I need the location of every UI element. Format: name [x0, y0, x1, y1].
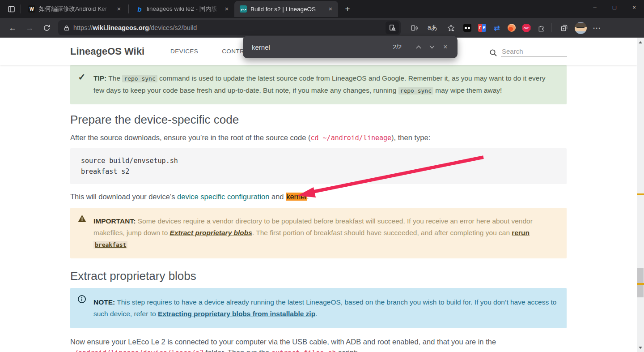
- browser-toolbar: ← → https://wiki.lineageos.org/devices/s…: [0, 18, 644, 38]
- swap-arrows-icon: ⇄: [494, 24, 500, 32]
- page-content: ✓ TIP: The repo sync command is used to …: [70, 65, 567, 352]
- minimize-button[interactable]: –: [585, 0, 605, 14]
- close-window-button[interactable]: ×: [624, 0, 644, 14]
- chevron-up-icon: [415, 45, 422, 49]
- tab-close-icon[interactable]: ×: [326, 5, 335, 13]
- extensions-menu-button[interactable]: [535, 21, 547, 34]
- tab-bar: W 如何編譯修改Android Ker × b lineageos wiki l…: [0, 0, 644, 18]
- tab-preview-icon: [8, 5, 15, 13]
- extract-proprietary-blobs-link[interactable]: Extract proprietary blobs: [170, 229, 252, 236]
- paragraph: Now ensure your LeEco Le 2 is connected …: [70, 336, 567, 352]
- important-label: IMPORTANT:: [93, 217, 136, 225]
- puzzle-icon: [538, 24, 545, 32]
- scroll-up-button[interactable]: [637, 39, 644, 46]
- adblock-plus-icon: ABP: [522, 24, 531, 32]
- text-segment: .: [315, 310, 317, 318]
- wiki-search-input[interactable]: [501, 46, 567, 57]
- find-match-active: kernel: [286, 193, 307, 201]
- back-button[interactable]: ←: [4, 20, 21, 35]
- tab1-favicon: W: [28, 5, 35, 13]
- heading-extract-blobs: Extract proprietary blobs: [70, 270, 567, 283]
- paragraph: After the source downloads, ensure you’r…: [70, 133, 567, 142]
- text-segment: and: [269, 193, 286, 201]
- orange-extension-button[interactable]: [505, 21, 518, 34]
- new-tab-button[interactable]: +: [341, 2, 354, 16]
- text-segment: script:: [336, 348, 358, 352]
- refresh-button[interactable]: [38, 20, 55, 35]
- profile-avatar: [575, 22, 587, 34]
- find-next-button[interactable]: [425, 40, 439, 54]
- find-close-button[interactable]: ×: [439, 40, 452, 54]
- nav-devices[interactable]: DEVICES: [170, 48, 198, 55]
- tab-1[interactable]: W 如何編譯修改Android Ker ×: [23, 1, 127, 17]
- triangle-down-icon: [639, 347, 642, 349]
- add-favorite-button[interactable]: [443, 20, 459, 35]
- note-callout: NOTE: This step requires to have a devic…: [70, 288, 567, 328]
- tab-title: Build for s2 | LineageOS: [250, 6, 323, 13]
- download-sentence: This will download your device’s device …: [70, 193, 567, 201]
- wiki-brand[interactable]: LineageOS Wiki: [70, 46, 144, 57]
- divider: [21, 4, 21, 13]
- find-input[interactable]: [252, 43, 393, 51]
- text-segment: After the source downloads, ensure you’r…: [70, 133, 310, 142]
- adblock-plus-button[interactable]: ABP: [520, 21, 533, 34]
- orange-extension-icon: [508, 24, 516, 32]
- tab-3-active[interactable]: Build for s2 | LineageOS ×: [234, 1, 338, 17]
- chevron-down-icon: [429, 45, 435, 49]
- maximize-button[interactable]: □: [605, 0, 624, 14]
- find-match-count: 2/2: [393, 43, 402, 51]
- toolbar-right-icons: aあ FE ⇄ ABP ···: [406, 20, 605, 35]
- code-line: breakfast s2: [81, 166, 556, 177]
- inline-code: ~/android/lineage/device/leeco/s2: [70, 349, 203, 352]
- find-match-marker: [637, 193, 644, 195]
- read-aloud-icon: [411, 24, 418, 32]
- warning-icon: [78, 215, 86, 223]
- text-segment: ), then type:: [391, 133, 430, 142]
- note-text: NOTE: This step requires to have a devic…: [93, 288, 567, 328]
- collections-button[interactable]: [556, 20, 572, 35]
- tab-close-icon[interactable]: ×: [223, 5, 231, 13]
- favorite-star-icon: [447, 24, 455, 32]
- url-text: https://wiki.lineageos.org/devices/s2/bu…: [73, 24, 197, 31]
- address-bar[interactable]: https://wiki.lineageos.org/devices/s2/bu…: [58, 20, 401, 35]
- translate-button[interactable]: aあ: [424, 20, 441, 35]
- inline-code: repo sync: [122, 75, 157, 82]
- scrollbar-thumb[interactable]: [637, 268, 644, 297]
- tab-actions-button[interactable]: [4, 2, 19, 16]
- translate-icon: aあ: [428, 24, 437, 32]
- refresh-icon: [43, 24, 51, 32]
- text-segment: folder. Then run the: [203, 348, 271, 352]
- text-segment: This will download your device’s: [70, 193, 177, 201]
- search-icon: [489, 49, 497, 57]
- rerun-breakfast-link[interactable]: rerun: [512, 229, 530, 236]
- inline-code: extract-files.sh: [271, 349, 336, 352]
- extension-dots-button[interactable]: [461, 21, 474, 34]
- extracting-blobs-from-zip-link[interactable]: Extracting proprietary blobs from instal…: [158, 310, 315, 318]
- triangle-up-icon: [639, 41, 642, 43]
- tab-2[interactable]: b lineageos wiki le2 - 国内版 ×: [131, 1, 234, 17]
- forward-button[interactable]: →: [21, 20, 38, 35]
- profile-button[interactable]: [574, 21, 587, 34]
- divider: [128, 4, 129, 13]
- lock-icon: [64, 25, 70, 31]
- swap-extension-button[interactable]: ⇄: [491, 21, 503, 34]
- text-segment: .: [307, 193, 309, 201]
- divider: [409, 41, 409, 53]
- find-previous-button[interactable]: [412, 40, 425, 54]
- wiki-search: [489, 46, 567, 57]
- fehelper-extension-button[interactable]: FE: [476, 21, 488, 34]
- settings-menu-button[interactable]: ···: [589, 20, 605, 35]
- find-match-marker: [637, 283, 644, 285]
- rerun-breakfast-code[interactable]: breakfast: [93, 241, 127, 249]
- find-on-page-active-button[interactable]: [386, 21, 399, 34]
- inline-code: cd ~/android/lineage: [310, 134, 391, 142]
- scroll-down-button[interactable]: [637, 344, 644, 351]
- heading-prepare-device-code: Prepare the device-specific code: [70, 113, 567, 126]
- tab-close-icon[interactable]: ×: [115, 5, 123, 13]
- read-aloud-button[interactable]: [406, 20, 422, 35]
- vertical-scrollbar[interactable]: [637, 38, 644, 352]
- lineageos-favicon: [240, 5, 247, 13]
- inline-code: repo sync: [398, 87, 433, 94]
- device-specific-configuration-link[interactable]: device specific configuration: [177, 193, 269, 201]
- check-icon: ✓: [78, 72, 86, 104]
